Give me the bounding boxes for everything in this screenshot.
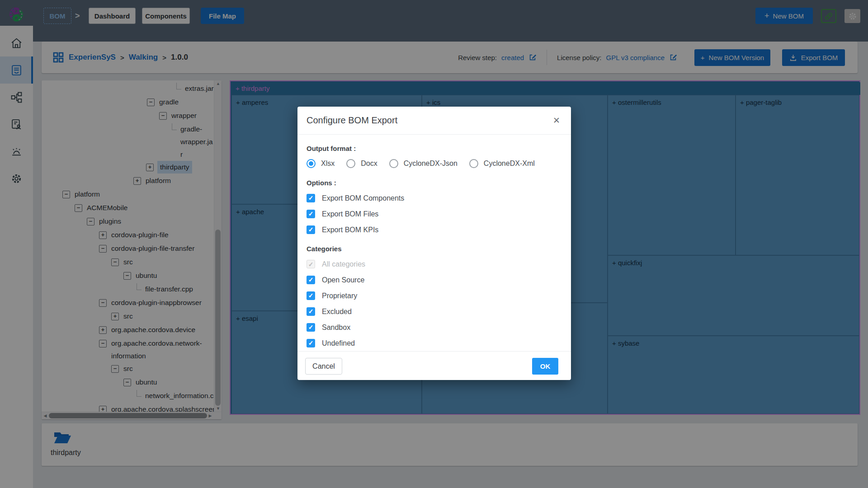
checkbox-disabled: ✓ <box>307 260 315 268</box>
radio-dot <box>307 159 316 168</box>
checkbox: ✓ <box>307 194 315 202</box>
checkbox-all-categories: ✓All categories <box>307 260 562 268</box>
checkbox-sandbox[interactable]: ✓Sandbox <box>307 323 562 332</box>
radio-dot <box>469 159 478 168</box>
checkbox: ✓ <box>307 307 315 316</box>
radio-docx[interactable]: Docx <box>346 159 377 168</box>
radio-cyclonedx-xml[interactable]: CycloneDX-Xml <box>469 159 535 168</box>
radio-cyclonedx-json[interactable]: CycloneDX-Json <box>389 159 458 168</box>
checkbox-undefined[interactable]: ✓Undefined <box>307 339 562 347</box>
checkbox: ✓ <box>307 323 315 332</box>
configure-bom-export-dialog: Configure BOM Export ✕ Output format : X… <box>297 107 571 380</box>
radio-dot <box>389 159 398 168</box>
options-label: Options : <box>307 179 562 187</box>
checkbox-export-bom-files[interactable]: ✓Export BOM Files <box>307 210 562 218</box>
cancel-button[interactable]: Cancel <box>305 358 342 375</box>
radio-xlsx[interactable]: Xlsx <box>307 159 335 168</box>
checkbox-open-source[interactable]: ✓Open Source <box>307 276 562 284</box>
checkbox: ✓ <box>307 276 315 284</box>
checkbox-export-bom-components[interactable]: ✓Export BOM Components <box>307 194 562 202</box>
checkbox-proprietary[interactable]: ✓Proprietary <box>307 291 562 300</box>
dialog-title: Configure BOM Export <box>307 115 397 126</box>
ok-button[interactable]: OK <box>532 358 558 375</box>
categories-label: Categories <box>307 245 562 253</box>
checkbox: ✓ <box>307 291 315 300</box>
output-format-label: Output format : <box>307 145 562 152</box>
output-format-group: Xlsx Docx CycloneDX-Json CycloneDX-Xml <box>307 159 562 168</box>
checkbox-export-bom-kpis[interactable]: ✓Export BOM KPIs <box>307 225 562 234</box>
checkbox-excluded[interactable]: ✓Excluded <box>307 307 562 316</box>
checkbox: ✓ <box>307 210 315 218</box>
close-icon[interactable]: ✕ <box>551 115 562 126</box>
radio-dot <box>346 159 355 168</box>
checkbox: ✓ <box>307 339 315 347</box>
checkbox: ✓ <box>307 225 315 234</box>
